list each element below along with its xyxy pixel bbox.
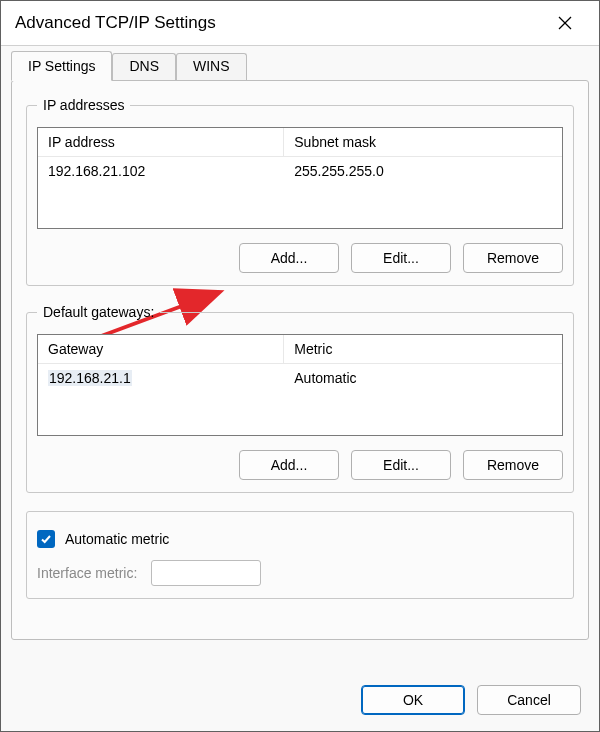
tab-strip: IP Settings DNS WINS xyxy=(11,51,589,81)
interface-metric-row: Interface metric: xyxy=(37,560,563,586)
interface-metric-input xyxy=(151,560,261,586)
ip-addresses-list[interactable]: IP address Subnet mask 192.168.21.102 25… xyxy=(37,127,563,229)
ip-remove-button[interactable]: Remove xyxy=(463,243,563,273)
col-subnet-mask: Subnet mask xyxy=(284,128,562,157)
cell-subnet-mask: 255.255.255.0 xyxy=(284,157,562,185)
dialog-footer: OK Cancel xyxy=(1,673,599,731)
cell-ip-address: 192.168.21.102 xyxy=(38,157,284,185)
checkmark-icon xyxy=(40,533,52,545)
cancel-button[interactable]: Cancel xyxy=(477,685,581,715)
ip-addresses-buttons: Add... Edit... Remove xyxy=(37,243,563,273)
automatic-metric-checkbox[interactable] xyxy=(37,530,55,548)
automatic-metric-row: Automatic metric xyxy=(37,530,563,548)
gateways-header: Gateway Metric xyxy=(38,335,562,364)
col-metric: Metric xyxy=(284,335,562,364)
titlebar: Advanced TCP/IP Settings xyxy=(1,1,599,45)
cell-gateway: 192.168.21.1 xyxy=(38,364,284,392)
close-button[interactable] xyxy=(545,3,585,43)
ip-edit-button[interactable]: Edit... xyxy=(351,243,451,273)
interface-metric-label: Interface metric: xyxy=(37,565,137,581)
automatic-metric-label: Automatic metric xyxy=(65,531,169,547)
col-ip-address: IP address xyxy=(38,128,284,157)
gateway-row[interactable]: 192.168.21.1 Automatic xyxy=(38,364,562,392)
window-title: Advanced TCP/IP Settings xyxy=(15,13,216,33)
cell-gateway-metric: Automatic xyxy=(284,364,562,392)
ip-address-row[interactable]: 192.168.21.102 255.255.255.0 xyxy=(38,157,562,185)
col-gateway: Gateway xyxy=(38,335,284,364)
ok-button[interactable]: OK xyxy=(361,685,465,715)
group-metric: Automatic metric Interface metric: xyxy=(26,511,574,599)
gateway-remove-button[interactable]: Remove xyxy=(463,450,563,480)
gateways-buttons: Add... Edit... Remove xyxy=(37,450,563,480)
group-gateways-legend: Default gateways: xyxy=(37,304,160,320)
gateway-edit-button[interactable]: Edit... xyxy=(351,450,451,480)
tab-ip-settings[interactable]: IP Settings xyxy=(11,51,112,81)
group-ip-addresses-legend: IP addresses xyxy=(37,97,130,113)
close-icon xyxy=(558,16,572,30)
gateways-list[interactable]: Gateway Metric 192.168.21.1 Automatic xyxy=(37,334,563,436)
ip-addresses-header: IP address Subnet mask xyxy=(38,128,562,157)
group-gateways: Default gateways: Gateway Metric 192.168… xyxy=(26,304,574,493)
group-ip-addresses: IP addresses IP address Subnet mask 192.… xyxy=(26,97,574,286)
tabpanel-ip-settings: IP addresses IP address Subnet mask 192.… xyxy=(11,80,589,640)
tab-dns[interactable]: DNS xyxy=(112,53,176,83)
dialog-content: IP Settings DNS WINS IP addresses IP add… xyxy=(1,45,599,673)
gateway-add-button[interactable]: Add... xyxy=(239,450,339,480)
tab-wins[interactable]: WINS xyxy=(176,53,247,83)
advanced-tcpip-settings-dialog: Advanced TCP/IP Settings IP Settings DNS… xyxy=(0,0,600,732)
ip-add-button[interactable]: Add... xyxy=(239,243,339,273)
